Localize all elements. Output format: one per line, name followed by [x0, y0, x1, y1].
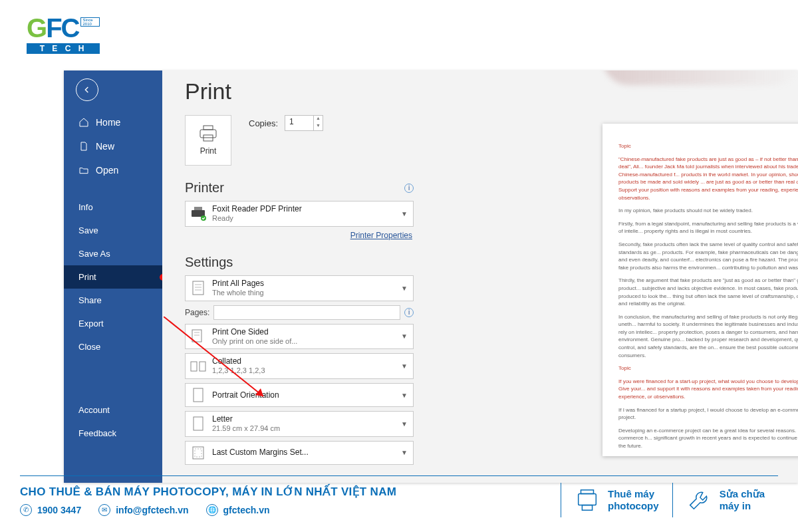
sidebar-item-export[interactable]: Export: [64, 312, 162, 335]
globe-icon: 🌐: [206, 504, 218, 516]
footer-service-rent[interactable]: Thuê máyphotocopy: [561, 483, 672, 517]
sidebar-item-print[interactable]: Print: [64, 265, 162, 289]
chevron-down-icon: ▼: [401, 210, 409, 217]
sidebar-item-saveas[interactable]: Save As: [64, 242, 162, 265]
word-print-screenshot: Home New Open Info Save Save As Print Sh…: [64, 70, 798, 483]
setting-title: Print All Pages: [212, 279, 396, 289]
footer-email[interactable]: ✉ info@gfctech.vn: [98, 504, 188, 516]
page-title: Print: [185, 78, 414, 104]
chevron-down-icon: ▼: [401, 362, 409, 370]
preview-text: Topic: [618, 142, 798, 150]
footer-box-line: máy in: [720, 500, 765, 512]
sidebar-label: Info: [78, 202, 93, 212]
sidebar-label: Share: [78, 295, 102, 305]
one-sided-icon: [190, 328, 207, 345]
gfc-logo: G FC Since 2010 T E C H: [27, 13, 100, 54]
copies-spinner[interactable]: 1 ▲▼: [285, 115, 323, 131]
setting-orientation[interactable]: Portrait Orientation ▼: [185, 383, 414, 407]
svg-rect-10: [192, 330, 201, 342]
print-button-label: Print: [200, 146, 217, 156]
setting-sub: Only print on one side of...: [212, 337, 396, 346]
home-icon: [78, 117, 89, 128]
sidebar-item-save[interactable]: Save: [64, 219, 162, 242]
footer-site-text: gfctech.vn: [223, 505, 270, 515]
back-button[interactable]: [76, 78, 98, 101]
footer-service-repair[interactable]: Sửa chữamáy in: [672, 483, 778, 517]
info-icon[interactable]: i: [404, 308, 414, 317]
preview-page: Topic "Chinese-manufactured fake product…: [602, 124, 798, 456]
printer-properties-link[interactable]: Printer Properties: [185, 231, 412, 240]
paper-size-icon: [190, 415, 207, 432]
sidebar-label: Home: [96, 117, 120, 128]
sidebar-item-info[interactable]: Info: [64, 196, 162, 219]
sidebar-label: New: [96, 141, 114, 152]
printer-name: Foxit Reader PDF Printer: [212, 204, 396, 214]
footer-tagline: CHO THUÊ & BÁN MÁY PHOTOCOPY, MÁY IN LỚN…: [20, 485, 561, 499]
printer-icon: [198, 125, 218, 142]
copier-icon: [575, 487, 600, 513]
chevron-down-icon: ▼: [401, 285, 409, 292]
setting-sub: 1,2,3 1,2,3 1,2,3: [212, 366, 396, 376]
sidebar-label: Feedback: [78, 428, 116, 438]
sidebar-item-account[interactable]: Account: [64, 398, 162, 422]
setting-title: Portrait Orientation: [212, 390, 396, 400]
sidebar-item-home[interactable]: Home: [64, 110, 162, 134]
print-pane: Print Print Copies: 1 ▲▼ Printer i: [162, 70, 428, 483]
svg-rect-21: [579, 494, 597, 505]
setting-sub: The whole thing: [212, 289, 396, 298]
svg-rect-6: [193, 281, 203, 295]
footer-bar: CHO THUÊ & BÁN MÁY PHOTOCOPY, MÁY IN LỚN…: [20, 475, 778, 517]
svg-rect-18: [195, 449, 201, 457]
setting-title: Letter: [212, 414, 396, 424]
svg-rect-1: [200, 130, 216, 138]
settings-heading: Settings: [185, 255, 233, 270]
preview-text: In conclusion, the manufacturing and sel…: [618, 313, 798, 360]
preview-text: Topic: [618, 364, 798, 372]
setting-papersize[interactable]: Letter21.59 cm x 27.94 cm ▼: [185, 411, 414, 437]
footer-box-line: Sửa chữa: [720, 488, 765, 500]
sidebar-label: Open: [96, 165, 118, 176]
sidebar-label: Save As: [78, 249, 110, 259]
setting-title: Collated: [212, 356, 396, 366]
pages-input[interactable]: [213, 305, 400, 320]
svg-point-5: [201, 215, 206, 221]
sidebar-item-new[interactable]: New: [64, 134, 162, 158]
sidebar-label: Print: [78, 272, 96, 282]
sidebar-item-close[interactable]: Close: [64, 335, 162, 358]
preview-text: If I was financed for a startup project,…: [618, 406, 798, 422]
sidebar-label: Export: [78, 319, 104, 329]
print-preview-area: Topic "Chinese-manufactured fake product…: [436, 70, 798, 483]
sidebar-item-open[interactable]: Open: [64, 158, 162, 182]
sidebar-item-share[interactable]: Share: [64, 289, 162, 312]
collated-icon: [190, 358, 207, 375]
setting-sub: 21.59 cm x 27.94 cm: [212, 424, 396, 434]
svg-rect-14: [200, 362, 205, 371]
chevron-down-icon: ▼: [401, 420, 409, 428]
preview-text: Thirdly, the argument that fake products…: [618, 277, 798, 307]
footer-box-line: Thuê máy: [608, 488, 659, 500]
new-doc-icon: [78, 141, 89, 152]
preview-text: Developing an e-commerce project can be …: [618, 427, 798, 450]
footer-box-line: photocopy: [608, 500, 659, 512]
phone-icon: ✆: [20, 504, 32, 516]
printer-selector[interactable]: Foxit Reader PDF Printer Ready ▼: [185, 201, 414, 227]
setting-collation[interactable]: Collated1,2,3 1,2,3 1,2,3 ▼: [185, 353, 414, 379]
footer-email-text: info@gfctech.vn: [116, 505, 188, 515]
setting-sides[interactable]: Print One SidedOnly print on one side of…: [185, 324, 414, 350]
chevron-down-icon: ▼: [401, 332, 409, 340]
print-button[interactable]: Print: [185, 115, 231, 166]
setting-print-range[interactable]: Print All PagesThe whole thing ▼: [185, 275, 414, 301]
sidebar-item-feedback[interactable]: Feedback: [64, 422, 162, 445]
preview-text: In my opinion, fake products should not …: [618, 207, 798, 215]
logo-letter-g: G: [27, 13, 46, 43]
footer-website[interactable]: 🌐 gfctech.vn: [206, 504, 270, 516]
printer-ready-icon: [190, 205, 207, 222]
backstage-sidebar: Home New Open Info Save Save As Print Sh…: [64, 70, 162, 483]
svg-rect-15: [194, 388, 203, 402]
sidebar-label: Close: [78, 342, 100, 352]
margins-icon: [190, 444, 207, 462]
info-icon[interactable]: i: [404, 184, 414, 193]
footer-phone[interactable]: ✆ 1900 3447: [20, 504, 81, 516]
copies-spin-buttons[interactable]: ▲▼: [313, 116, 323, 130]
setting-margins[interactable]: Last Custom Margins Set... ▼: [185, 441, 414, 465]
